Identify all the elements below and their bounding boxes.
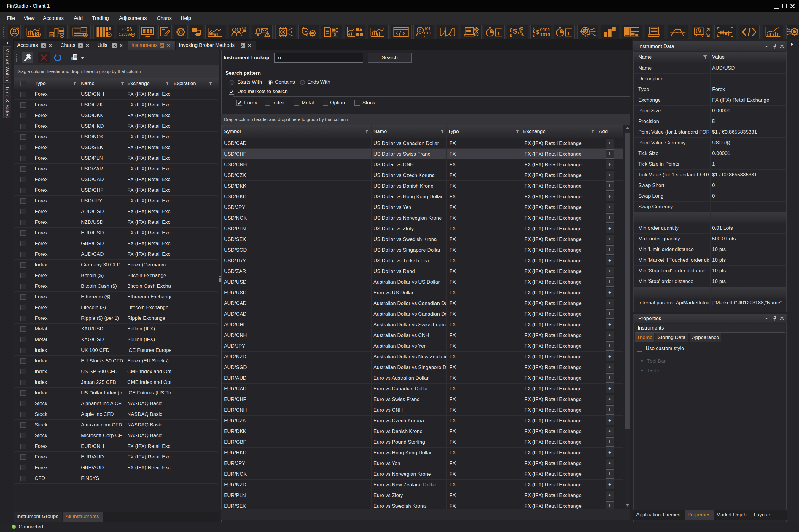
svg-text:i: i [497, 30, 499, 36]
svg-text:i: i [568, 30, 569, 36]
svg-text:0101: 0101 [540, 27, 550, 32]
svg-text:101: 101 [424, 26, 431, 31]
svg-text:$: $ [536, 28, 539, 35]
svg-text:$: $ [513, 27, 517, 35]
svg-text:1010: 1010 [540, 32, 550, 37]
svg-text:€: € [419, 28, 421, 33]
svg-text:56: 56 [127, 27, 132, 32]
svg-text:1.2035: 1.2035 [119, 33, 129, 36]
svg-text:£: £ [533, 34, 535, 37]
svg-text:₿: ₿ [520, 30, 522, 34]
svg-text:((·)): ((·)) [242, 26, 246, 29]
svg-text:5: 5 [128, 32, 131, 37]
svg-text:1.203: 1.203 [119, 27, 127, 31]
svg-text:!: ! [267, 33, 268, 36]
svg-text:010: 010 [424, 31, 431, 35]
svg-text:¥: ¥ [532, 26, 535, 30]
svg-text:€: € [509, 27, 513, 34]
svg-text:£: £ [509, 33, 512, 38]
